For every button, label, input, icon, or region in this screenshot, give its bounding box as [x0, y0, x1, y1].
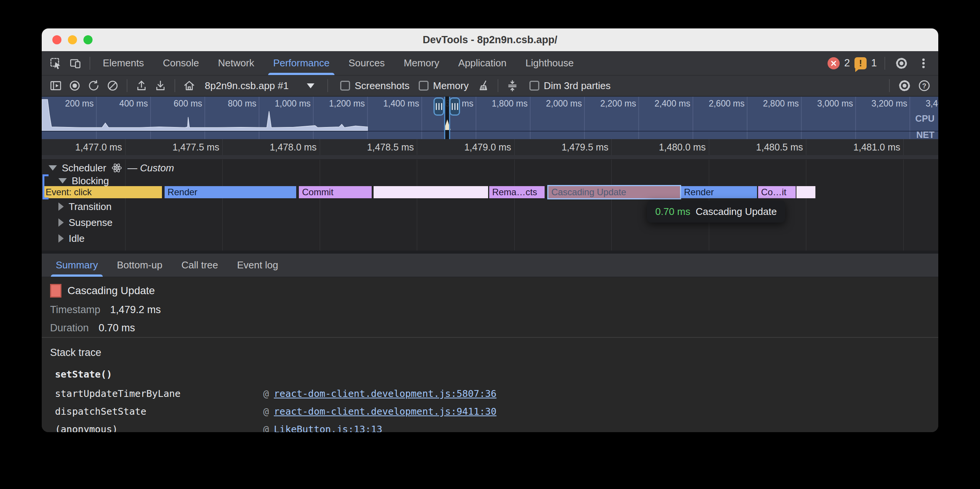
- flame-bar-event-click[interactable]: Event: click: [43, 186, 162, 198]
- dim-3rd-parties-checkbox[interactable]: [530, 81, 539, 90]
- flame-gridline: [904, 160, 904, 251]
- ruler-tick-label: 1,478.0 ms: [241, 139, 317, 155]
- more-options-button[interactable]: [915, 55, 932, 72]
- source-location-link[interactable]: react-dom-client.development.js:9411:30: [274, 406, 496, 418]
- flame-bar-item[interactable]: [796, 186, 815, 198]
- tab-performance[interactable]: Performance: [264, 51, 339, 75]
- chevron-down-icon[interactable]: [307, 83, 314, 88]
- track-transition[interactable]: Transition: [59, 200, 111, 213]
- ruler-tick-label: 1,477.0 ms: [46, 139, 122, 155]
- ruler-tick: [514, 139, 515, 155]
- selected-track-bracket: [43, 175, 45, 199]
- flame-bar-item[interactable]: [374, 186, 488, 198]
- home-icon: [183, 79, 196, 92]
- clear-button[interactable]: [105, 78, 121, 93]
- ruler-tick-label: 1,477.5 ms: [143, 139, 219, 155]
- capture-settings-button[interactable]: [897, 78, 913, 93]
- minimap-tick-label: 200 ms: [42, 98, 94, 109]
- panel-resize-handle[interactable]: [42, 251, 938, 254]
- track-blocking[interactable]: Blocking: [59, 175, 109, 187]
- tab-label: Memory: [404, 57, 439, 69]
- inspect-element-button[interactable]: [47, 55, 64, 72]
- minimap-tick-label: 1,400 ms: [358, 98, 419, 109]
- tab-label: Application: [458, 57, 506, 69]
- track-idle[interactable]: Idle: [59, 232, 84, 245]
- record-button[interactable]: [67, 78, 83, 93]
- tab-sources[interactable]: Sources: [339, 51, 394, 75]
- minimap-tick-label: 2,800 ms: [738, 98, 799, 109]
- close-window-button[interactable]: [52, 35, 61, 44]
- devtools-tabbar: ElementsConsoleNetworkPerformanceSources…: [42, 51, 938, 75]
- tab-console[interactable]: Console: [153, 51, 208, 75]
- ruler-tick: [904, 139, 904, 155]
- flame-bar-commit[interactable]: Commit: [299, 186, 371, 198]
- collapse-tracks-button[interactable]: [504, 78, 520, 93]
- flame-bar-label: Event: click: [46, 187, 91, 197]
- source-location-link[interactable]: LikeButton.js:13:13: [274, 424, 382, 432]
- tab-event-log[interactable]: Event log: [228, 254, 288, 277]
- tab-summary[interactable]: Summary: [46, 254, 107, 277]
- minimap-tick-label: 2,200 ms: [575, 98, 636, 109]
- tab-call-tree[interactable]: Call tree: [172, 254, 228, 277]
- tab-bottom-up[interactable]: Bottom-up: [107, 254, 172, 277]
- memory-toggle[interactable]: Memory: [419, 80, 469, 92]
- collapse-triangle-icon[interactable]: [59, 218, 64, 227]
- dim-3rd-parties-toggle[interactable]: Dim 3rd parties: [530, 80, 611, 92]
- screenshots-toggle[interactable]: Screenshots: [340, 80, 410, 92]
- record-and-reload-button[interactable]: [86, 78, 102, 93]
- stack-frame-at: @: [263, 424, 269, 432]
- minimize-window-button[interactable]: [68, 35, 77, 44]
- flame-bar-rema-cts[interactable]: Rema…cts: [489, 186, 545, 198]
- error-count-badge[interactable]: [827, 57, 840, 69]
- collapse-triangle-icon[interactable]: [59, 234, 64, 243]
- help-button[interactable]: ?: [916, 78, 932, 93]
- target-selector[interactable]: 8p2n9n.csb.app #1: [205, 80, 289, 92]
- selection-right-handle[interactable]: [449, 97, 460, 116]
- issues-badge[interactable]: !: [854, 57, 867, 69]
- flame-bar-render[interactable]: Render: [681, 186, 757, 198]
- tab-label: Call tree: [181, 259, 218, 271]
- zoom-window-button[interactable]: [83, 35, 92, 44]
- flame-chart[interactable]: Scheduler — Custom Blocking Event: click…: [42, 160, 938, 251]
- track-scheduler-label: Scheduler: [62, 162, 106, 174]
- flame-bar-cascading-update[interactable]: Cascading Update: [549, 186, 680, 198]
- source-location-link[interactable]: react-dom-client.development.js:5807:36: [274, 388, 496, 400]
- titlebar: DevTools - 8p2n9n.csb.app/: [42, 29, 938, 51]
- expand-triangle-icon[interactable]: [59, 178, 67, 183]
- screenshots-checkbox[interactable]: [340, 81, 350, 90]
- selection-left-handle[interactable]: [433, 97, 444, 116]
- settings-button[interactable]: [893, 55, 910, 72]
- memory-checkbox[interactable]: [419, 81, 429, 90]
- summary-row-value: 1,479.2 ms: [110, 304, 161, 316]
- tab-elements[interactable]: Elements: [93, 51, 153, 75]
- collect-garbage-button[interactable]: [476, 78, 492, 93]
- event-color-swatch: [50, 284, 61, 298]
- collapse-icon: [506, 79, 519, 92]
- tab-memory[interactable]: Memory: [394, 51, 449, 75]
- flame-bar-label: Cascading Update: [551, 187, 626, 197]
- track-scheduler[interactable]: Scheduler — Custom: [49, 162, 174, 175]
- timeline-overview[interactable]: CPU NET 200 ms400 ms600 ms800 ms1,000 ms…: [42, 97, 938, 139]
- ruler-tick-label: 1,478.5 ms: [338, 139, 414, 155]
- window-title: DevTools - 8p2n9n.csb.app/: [423, 34, 557, 46]
- flame-bars-row: Event: clickRenderCommitRema…ctsCascadin…: [42, 186, 938, 198]
- flame-bar-render[interactable]: Render: [165, 186, 297, 198]
- expand-triangle-icon[interactable]: [49, 165, 57, 171]
- live-metrics-button[interactable]: [181, 78, 197, 93]
- ruler-tick: [806, 139, 806, 155]
- toggle-device-toolbar-button[interactable]: [67, 55, 84, 72]
- flame-bar-co-it[interactable]: Co…it: [758, 186, 796, 198]
- load-profile-button[interactable]: [134, 78, 150, 93]
- stack-frame-function: (anonymous): [50, 424, 263, 432]
- track-suspense[interactable]: Suspense: [59, 216, 113, 229]
- tab-lighthouse[interactable]: Lighthouse: [516, 51, 583, 75]
- collapse-triangle-icon[interactable]: [59, 202, 64, 211]
- ruler-tick-label: 1,481.0 ms: [824, 139, 900, 155]
- minimap-tick-label: 1,000 ms: [250, 98, 310, 109]
- save-profile-button[interactable]: [153, 78, 169, 93]
- tab-network[interactable]: Network: [208, 51, 264, 75]
- svg-text:?: ?: [922, 82, 926, 90]
- tab-application[interactable]: Application: [449, 51, 516, 75]
- tab-label: Bottom-up: [117, 259, 162, 271]
- toggle-sidebar-button[interactable]: [48, 78, 64, 93]
